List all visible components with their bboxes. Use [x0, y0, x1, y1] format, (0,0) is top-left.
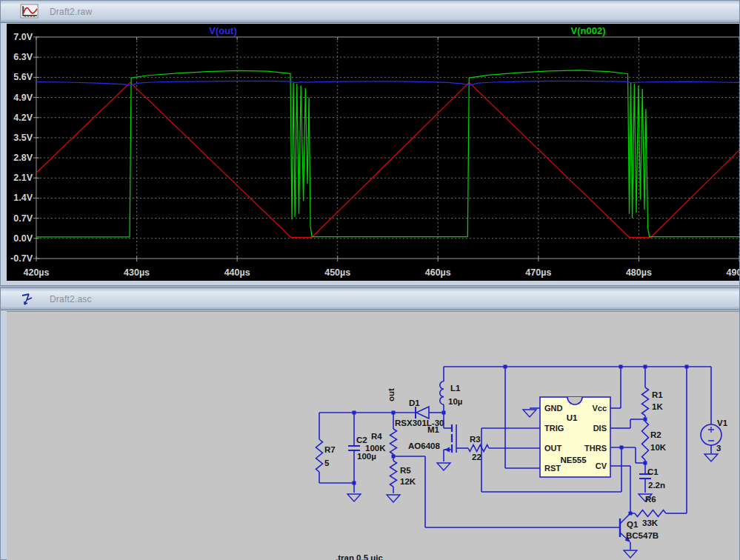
- component-label: BC547B: [626, 531, 659, 540]
- component-label: out: [387, 388, 396, 401]
- y-tick-label: 1.4V: [13, 193, 33, 203]
- pin-label-RST: RST: [544, 464, 561, 473]
- component-label: R1: [652, 390, 663, 399]
- waveform-plot-area[interactable]: 420µs430µs440µs450µs460µs470µs480µs490µs…: [7, 24, 739, 281]
- junction-dot: [353, 411, 356, 415]
- component-label: L1: [450, 384, 461, 393]
- schematic-titlebar[interactable]: Draft2.asc: [1, 288, 739, 310]
- pin-label-GND: GND: [544, 404, 563, 413]
- junction-dot: [442, 411, 446, 415]
- x-tick-label: 470µs: [525, 267, 551, 278]
- schematic-doc-icon: [20, 291, 39, 307]
- component-label: 10K: [650, 443, 667, 452]
- x-tick-label: 480µs: [626, 267, 652, 278]
- component-label: U1: [567, 413, 578, 422]
- y-tick-label: 5.6V: [13, 72, 33, 82]
- component-label: R7: [324, 445, 336, 454]
- component-label: R4: [371, 432, 382, 441]
- junction-dot: [619, 365, 623, 369]
- component-label: C1: [647, 467, 659, 476]
- waveform-titlebar[interactable]: Draft2.raw: [1, 1, 739, 23]
- y-tick-label: 6.3V: [13, 52, 33, 62]
- schematic-svg: outD1RSX301L-30L110µM1AO6408R322R75C2100…: [7, 312, 739, 560]
- component-label: 3: [716, 444, 721, 453]
- y-tick-label: 0.7V: [13, 213, 33, 224]
- y-tick-label: 4.9V: [13, 93, 33, 103]
- component-label: 5: [324, 459, 330, 467]
- pin-label-CV: CV: [596, 461, 607, 470]
- ltspice-workspace: { "windows": { "plot": { "title": "Draft…: [0, 0, 740, 560]
- y-tick-label: 4.2V: [13, 113, 33, 123]
- waveform-window: Draft2.raw 420µs430µs440µs450µs460µs470µ…: [0, 0, 740, 286]
- component-label: R3: [470, 435, 481, 444]
- junction-dot: [620, 446, 624, 450]
- x-tick-label: 460µs: [425, 267, 451, 278]
- pin-label-THRS: THRS: [584, 444, 607, 453]
- component-label: R5: [400, 466, 411, 475]
- component-label: .tran 0.5 uic: [336, 553, 384, 560]
- component-label: R2: [650, 430, 661, 439]
- schematic-window: Draft2.asc outD1RSX301L-30L110µM1AO6408R…: [0, 287, 740, 560]
- waveform-doc-icon: [20, 4, 39, 20]
- plot-background: [7, 24, 739, 281]
- y-tick-label: 0.0V: [13, 233, 33, 244]
- schematic-window-title: Draft2.asc: [50, 294, 92, 304]
- component-label: 100µ: [357, 452, 376, 461]
- component-label: 10µ: [448, 397, 462, 406]
- y-tick-label: -0.7V: [10, 253, 33, 264]
- x-tick-label: 440µs: [224, 267, 250, 278]
- component-label: 100K: [365, 444, 386, 453]
- component-label: M1: [427, 425, 440, 434]
- trace-label-V(out)[interactable]: V(out): [209, 25, 237, 36]
- component-label: Q1: [627, 520, 639, 529]
- y-tick-label: 2.1V: [13, 173, 33, 183]
- junction-dot: [685, 365, 689, 369]
- component-label: 2.2n: [648, 481, 665, 490]
- trace-label-V(n002)[interactable]: V(n002): [571, 25, 606, 36]
- pin-label-OUT: OUT: [544, 444, 562, 453]
- junction-dot: [629, 512, 633, 516]
- pin-label-Vcc: Vcc: [592, 404, 607, 413]
- component-label: 12K: [400, 477, 416, 486]
- component-label: 33K: [642, 519, 659, 527]
- waveform-plot-svg: 420µs430µs440µs450µs460µs470µs480µs490µs…: [7, 24, 739, 281]
- y-tick-label: 2.8V: [13, 153, 33, 163]
- component-label: D1: [409, 399, 420, 407]
- component-label: 22: [472, 453, 481, 461]
- schematic-canvas[interactable]: outD1RSX301L-30L110µM1AO6408R322R75C2100…: [7, 311, 739, 560]
- pin-label-TRIG: TRIG: [544, 424, 564, 433]
- component-label: V1: [717, 419, 728, 427]
- component-label: R6: [645, 495, 656, 504]
- x-tick-label: 490µs: [726, 267, 739, 278]
- waveform-window-title: Draft2.raw: [50, 7, 92, 17]
- junction-dot: [644, 365, 647, 369]
- junction-dot: [644, 461, 647, 465]
- y-tick-label: 7.0V: [13, 32, 33, 42]
- junction-dot: [504, 365, 507, 369]
- x-tick-label: 450µs: [324, 267, 350, 278]
- junction-dot: [353, 481, 356, 485]
- x-tick-label: 420µs: [23, 267, 49, 278]
- component-label: 1K: [652, 402, 663, 411]
- junction-dot: [392, 411, 396, 415]
- junction-dot: [392, 455, 396, 459]
- component-label: NE555: [560, 456, 587, 464]
- component-label: AO6408: [408, 441, 440, 450]
- y-tick-label: 3.5V: [13, 133, 33, 143]
- pin-label-DIS: DIS: [593, 424, 607, 433]
- x-tick-label: 430µs: [124, 267, 150, 278]
- junction-dot: [644, 418, 647, 421]
